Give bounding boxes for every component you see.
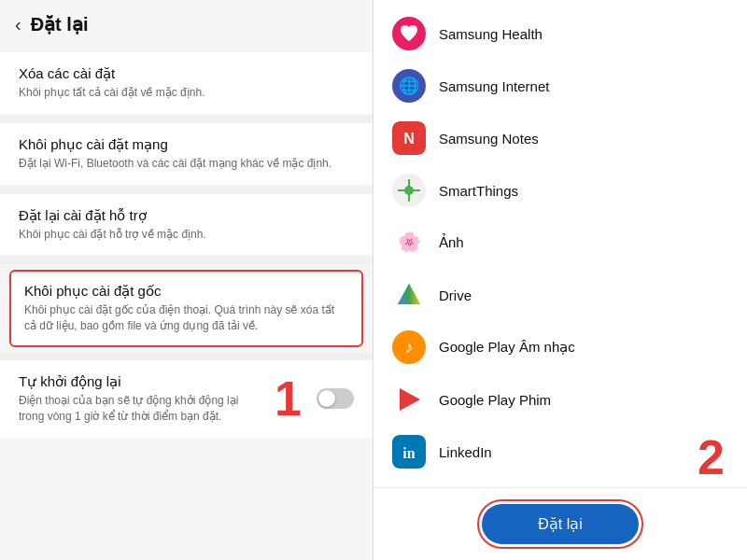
auto-restart-desc: Điện thoại của bạn sẽ tự động khởi động … (19, 393, 260, 425)
auto-restart-title: Tự khởi động lại (19, 373, 260, 390)
divider (0, 116, 373, 123)
menu-item-desc: Khôi phục cài đặt hỗ trợ về mặc định. (19, 227, 354, 243)
svg-text:🌐: 🌐 (399, 76, 420, 96)
menu-item-khoi-phuc-mang[interactable]: Khôi phục cài đặt mạng Đặt lại Wi-Fi, Bl… (0, 123, 373, 185)
app-list: Samsung Health🌐Samsung InternetNSamsung … (374, 0, 747, 487)
menu-item-title: Khôi phục cài đặt gốc (24, 283, 348, 300)
menu-item-desc: Khôi phục cài đặt gốc của điện thoại. Qu… (24, 302, 348, 334)
app-icon-google-play-music: ♪ (392, 330, 426, 364)
app-name-photos: Ảnh (439, 234, 464, 251)
menu-item-xoa-cai-dat[interactable]: Xóa các cài đặt Khôi phục tất cả cài đặt… (0, 52, 373, 114)
back-button[interactable]: ‹ (15, 14, 21, 35)
app-icon-photos: 🌸 (392, 226, 426, 259)
menu-item-title: Đặt lại cài đặt hỗ trợ (19, 207, 354, 224)
app-icon-samsung-notes: N (392, 121, 426, 155)
app-item-google-play-films[interactable]: Google Play Phim (374, 373, 747, 426)
menu-item-title: Xóa các cài đặt (19, 65, 354, 82)
menu-item-title: Khôi phục cài đặt mạng (19, 136, 354, 153)
step-number-1: 1 (260, 374, 317, 423)
auto-restart-toggle[interactable] (317, 388, 354, 409)
divider (0, 187, 373, 194)
app-icon-linkedin: in (392, 435, 426, 469)
app-icon-samsung-internet: 🌐 (392, 69, 426, 103)
bottom-bar: Đặt lại (374, 487, 747, 560)
svg-text:🌸: 🌸 (398, 231, 421, 253)
app-item-google-play-music[interactable]: ♪Google Play Âm nhạc (374, 321, 747, 373)
app-icon-google-play-films (392, 383, 426, 416)
app-item-smartthings[interactable]: SmartThings (374, 164, 747, 217)
svg-text:in: in (402, 445, 415, 461)
app-item-photos[interactable]: 🌸Ảnh (374, 217, 747, 269)
app-name-samsung-internet: Samsung Internet (439, 78, 549, 94)
app-icon-drive (392, 278, 426, 312)
app-icon-smartthings (392, 174, 426, 207)
reset-button[interactable]: Đặt lại (482, 504, 639, 544)
auto-restart-content: Tự khởi động lại Điện thoại của bạn sẽ t… (19, 373, 260, 425)
app-item-samsung-internet[interactable]: 🌐Samsung Internet (374, 60, 747, 112)
toggle-container: 1 (260, 374, 354, 423)
app-item-samsung-health[interactable]: Samsung Health (374, 7, 747, 60)
divider (0, 353, 373, 360)
svg-text:N: N (403, 131, 415, 147)
right-panel: Samsung Health🌐Samsung InternetNSamsung … (374, 0, 747, 560)
app-item-office[interactable]: OOffice (374, 478, 747, 487)
reset-button-wrapper: Đặt lại (477, 499, 643, 549)
app-name-smartthings: SmartThings (439, 183, 518, 199)
menu-item-khoi-phuc-goc[interactable]: Khôi phục cài đặt gốc Khôi phục cài đặt … (9, 270, 363, 347)
app-name-linkedin: LinkedIn (439, 444, 492, 460)
menu-list: Xóa các cài đặt Khôi phục tất cả cài đặt… (0, 45, 373, 560)
app-item-samsung-notes[interactable]: NSamsung Notes (374, 112, 747, 164)
header: ‹ Đặt lại (0, 0, 373, 45)
app-name-samsung-health: Samsung Health (439, 26, 543, 42)
menu-item-desc: Đặt lại Wi-Fi, Bluetooth và các cài đặt … (19, 156, 354, 172)
app-name-google-play-films: Google Play Phim (439, 392, 551, 408)
app-icon-samsung-health (392, 17, 426, 50)
app-name-google-play-music: Google Play Âm nhạc (439, 339, 575, 356)
app-item-linkedin[interactable]: inLinkedIn (374, 426, 747, 478)
menu-item-dat-lai-ho-tro[interactable]: Đặt lại cài đặt hỗ trợ Khôi phục cài đặt… (0, 194, 373, 256)
app-name-samsung-notes: Samsung Notes (439, 131, 539, 147)
left-panel: ‹ Đặt lại Xóa các cài đặt Khôi phục tất … (0, 0, 374, 560)
step-number-2: 2 (698, 429, 725, 485)
divider (0, 257, 373, 264)
app-item-drive[interactable]: Drive (374, 269, 747, 321)
app-name-drive: Drive (439, 287, 472, 303)
svg-text:♪: ♪ (405, 338, 414, 357)
menu-item-desc: Khôi phục tất cả cài đặt về mặc định. (19, 85, 354, 101)
menu-item-auto-restart[interactable]: Tự khởi động lại Điện thoại của bạn sẽ t… (0, 360, 373, 438)
page-title: Đặt lại (31, 13, 89, 35)
